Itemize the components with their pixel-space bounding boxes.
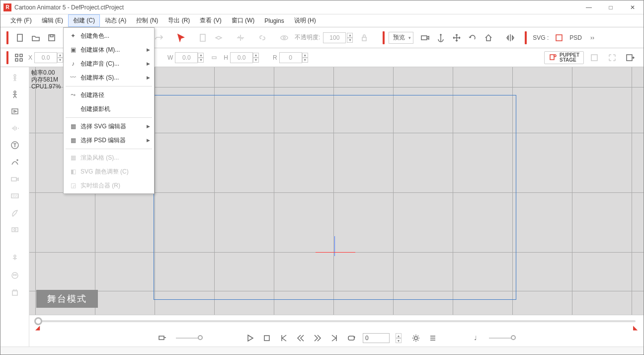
stop-button[interactable] — [261, 333, 272, 344]
h-up[interactable]: ▲ — [253, 53, 259, 58]
menu-window[interactable]: 窗口 (W) — [227, 14, 260, 27]
opacity-label: 不透明度: — [295, 33, 320, 42]
render-tool[interactable] — [7, 222, 23, 237]
menu-create-script[interactable]: 〰创建脚本 (S)...▶ — [64, 71, 154, 85]
current-frame-input[interactable] — [363, 333, 390, 343]
go-start-button[interactable] — [278, 333, 289, 344]
opacity-input[interactable] — [323, 32, 346, 43]
w-down[interactable]: ▼ — [198, 58, 204, 63]
menu-help[interactable]: 说明 (H) — [289, 14, 321, 27]
timeline-start-marker[interactable]: ◢ — [35, 324, 40, 331]
r-input[interactable] — [279, 52, 302, 63]
path-tool[interactable] — [7, 155, 23, 170]
flip-button[interactable] — [233, 30, 248, 45]
preview-combo[interactable]: 预览 — [389, 32, 413, 44]
select-tool-button[interactable] — [173, 30, 188, 45]
menu-control[interactable]: 控制 (N) — [131, 14, 163, 27]
stage-frame — [154, 95, 516, 300]
new-file-button[interactable] — [12, 30, 27, 45]
volume-slider[interactable] — [489, 338, 514, 339]
svg-rect-2 — [50, 35, 53, 37]
camera-tool[interactable] — [7, 172, 23, 186]
menu-view[interactable]: 查看 (V) — [195, 14, 226, 27]
layer-tool-2[interactable] — [211, 30, 226, 45]
puppet-stage-button[interactable]: PUPPETSTAGE — [544, 51, 584, 64]
visibility-button[interactable] — [277, 30, 292, 45]
menu-plugins[interactable]: Plugins — [259, 15, 289, 26]
layer-tool-1[interactable] — [195, 30, 210, 45]
menu-psd-editor[interactable]: ▦选择 PSD 编辑器▶ — [64, 133, 154, 147]
r-up[interactable]: ▲ — [302, 53, 308, 58]
menu-create-media[interactable]: ▣创建媒体 (M)...▶ — [64, 43, 154, 57]
lock-button[interactable] — [357, 30, 372, 45]
bone-tool[interactable] — [7, 87, 23, 102]
text-tool[interactable] — [7, 138, 23, 153]
menu-file[interactable]: 文件 (F) — [5, 14, 37, 27]
link-wh-button[interactable] — [207, 50, 222, 65]
open-file-button[interactable] — [28, 30, 43, 45]
svg-tool[interactable]: SVG — [7, 188, 23, 203]
go-end-button[interactable] — [329, 333, 340, 344]
w-up[interactable]: ▲ — [198, 53, 204, 58]
actor-tool[interactable] — [7, 70, 23, 85]
menu-svg-editor[interactable]: ▦选择 SVG 编辑器▶ — [64, 119, 154, 133]
svg-point-28 — [17, 160, 18, 161]
home-button[interactable] — [481, 30, 496, 45]
frame-down[interactable]: ▼ — [396, 338, 402, 343]
svg-edit-button[interactable] — [552, 30, 566, 45]
menu-create-sound[interactable]: ♪创建声音 (C)...▶ — [64, 57, 154, 71]
move-button[interactable] — [449, 30, 464, 45]
zoom-slider-left[interactable] — [176, 338, 201, 339]
menu-create[interactable]: 创建 (C) — [68, 14, 100, 27]
svg-rect-22 — [591, 55, 597, 61]
stage-tool-1[interactable] — [587, 50, 602, 65]
menu-edit[interactable]: 编辑 (E) — [37, 14, 68, 27]
h-down[interactable]: ▼ — [253, 58, 259, 63]
list-button[interactable] — [427, 333, 438, 344]
settings-button[interactable] — [410, 333, 421, 344]
marker-tool[interactable] — [157, 333, 168, 344]
svg-point-42 — [414, 337, 417, 340]
next-frame-button[interactable] — [312, 333, 323, 344]
menu-export[interactable]: 导出 (R) — [163, 14, 195, 27]
pose-tool[interactable] — [7, 251, 23, 266]
loop-button[interactable] — [346, 333, 357, 344]
play-button[interactable] — [244, 333, 255, 344]
menu-create-camera[interactable]: 创建摄影机 — [64, 102, 154, 116]
link-button[interactable] — [255, 30, 270, 45]
grid-align-button[interactable] — [11, 50, 26, 65]
r-down[interactable]: ▼ — [302, 58, 308, 63]
camera-view-button[interactable] — [417, 30, 432, 45]
hand-tool[interactable] — [7, 285, 23, 300]
timeline-track[interactable] — [37, 320, 636, 322]
menu-animate[interactable]: 动态 (A) — [100, 14, 131, 27]
color-tool[interactable] — [7, 205, 23, 220]
opacity-down[interactable]: ▼ — [347, 38, 353, 43]
x-up[interactable]: ▲ — [57, 53, 63, 58]
w-input[interactable] — [175, 52, 198, 63]
menu-render-style: ▦渲染风格 (S)... — [64, 151, 154, 165]
frame-up[interactable]: ▲ — [396, 333, 402, 338]
more-button[interactable]: ›› — [585, 30, 600, 45]
minimize-button[interactable]: — — [578, 0, 600, 14]
save-file-button[interactable] — [44, 30, 59, 45]
media-tool[interactable] — [7, 104, 23, 119]
prev-frame-button[interactable] — [295, 333, 306, 344]
svg-text:SVG: SVG — [12, 194, 19, 197]
audio-tool[interactable] — [7, 121, 23, 136]
stage-export-button[interactable] — [623, 50, 638, 65]
rotate-button[interactable] — [465, 30, 480, 45]
menu-create-path[interactable]: ⤳创建路径 — [64, 88, 154, 102]
h-input[interactable] — [230, 52, 253, 63]
x-down[interactable]: ▼ — [57, 58, 63, 63]
stage-tool-2[interactable] — [605, 50, 620, 65]
timeline-end-marker[interactable]: ◣ — [633, 324, 638, 331]
maximize-button[interactable]: □ — [600, 0, 622, 14]
close-button[interactable]: ✕ — [622, 0, 644, 14]
opacity-up[interactable]: ▲ — [347, 33, 353, 38]
face-tool[interactable] — [7, 268, 23, 283]
anchor-button[interactable] — [433, 30, 448, 45]
x-input[interactable] — [34, 52, 57, 63]
mirror-button[interactable] — [503, 30, 518, 45]
menu-create-character[interactable]: ✦创建角色... — [64, 29, 154, 43]
